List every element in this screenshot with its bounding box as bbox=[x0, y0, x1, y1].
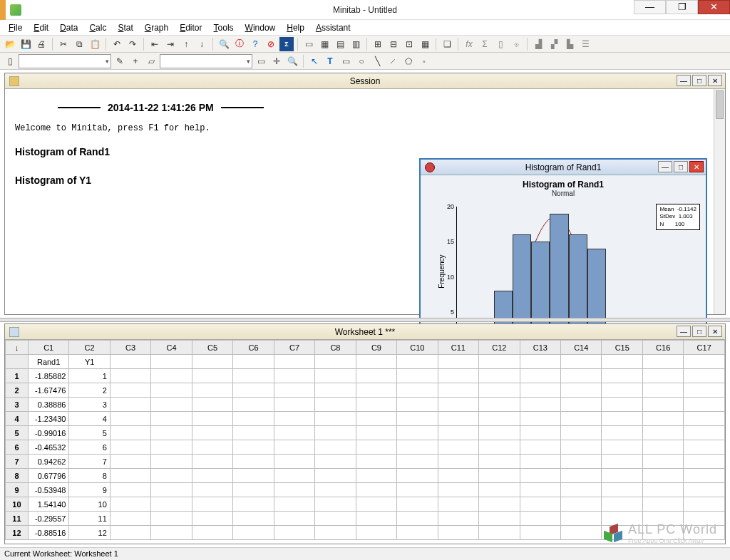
session-scrollbar[interactable] bbox=[714, 89, 725, 314]
cell-r3-c4[interactable] bbox=[151, 398, 192, 412]
crosshair-icon[interactable]: ✛ bbox=[269, 54, 284, 68]
cell-r9-c3[interactable] bbox=[110, 483, 150, 497]
col-C11[interactable]: C11 bbox=[438, 341, 478, 355]
col-C9[interactable]: C9 bbox=[356, 341, 396, 355]
cell-r3-c15[interactable] bbox=[602, 398, 642, 412]
close-button[interactable]: ✕ bbox=[698, 0, 730, 14]
session-maximize-button[interactable]: □ bbox=[692, 75, 706, 86]
cell-r6-c10[interactable] bbox=[397, 440, 438, 455]
cell-r1-c5[interactable] bbox=[192, 369, 232, 383]
cell-r4-c15[interactable] bbox=[602, 412, 642, 426]
cell-r12-c1[interactable]: -0.88516 bbox=[28, 526, 68, 540]
corner-cell[interactable]: ↓ bbox=[6, 341, 29, 355]
cell-r9-c1[interactable]: -0.53948 bbox=[28, 483, 68, 497]
cell-r7-c7[interactable] bbox=[274, 455, 314, 469]
cell-r12-c6[interactable] bbox=[233, 526, 274, 540]
worksheet-grid[interactable]: ↓C1C2C3C4C5C6C7C8C9C10C11C12C13C14C15C16… bbox=[5, 340, 725, 540]
cell-r7-c6[interactable] bbox=[233, 455, 274, 469]
col-C14[interactable]: C14 bbox=[561, 341, 602, 355]
nav-prev-icon[interactable]: ⇤ bbox=[148, 37, 162, 51]
menu-tools[interactable]: Tools bbox=[208, 21, 240, 34]
maximize-button[interactable]: ❐ bbox=[666, 0, 698, 14]
cell-r3-c13[interactable] bbox=[520, 398, 560, 412]
circle-icon[interactable]: ○ bbox=[354, 54, 369, 68]
cell-r6-c14[interactable] bbox=[561, 440, 602, 455]
cell-r11-c10[interactable] bbox=[397, 512, 438, 526]
cell-r10-c12[interactable] bbox=[479, 497, 520, 512]
cell-r8-c1[interactable]: 0.67796 bbox=[28, 469, 68, 483]
cell-r8-c13[interactable] bbox=[520, 469, 560, 483]
marker-icon[interactable]: ◦ bbox=[417, 54, 431, 68]
col-C5[interactable]: C5 bbox=[192, 341, 232, 355]
colname-7[interactable] bbox=[315, 355, 356, 369]
histogram-maximize-button[interactable]: □ bbox=[674, 161, 688, 172]
cell-r7-c12[interactable] bbox=[479, 455, 520, 469]
cell-r9-c8[interactable] bbox=[315, 483, 356, 497]
cell-r6-c2[interactable]: 6 bbox=[69, 440, 110, 455]
colname-9[interactable] bbox=[397, 355, 438, 369]
cell-r6-c5[interactable] bbox=[192, 440, 232, 455]
chart-icon-2[interactable]: ▞ bbox=[547, 37, 561, 51]
cell-r1-c1[interactable]: -1.85882 bbox=[28, 369, 68, 383]
edit-icon[interactable]: ✎ bbox=[113, 54, 127, 68]
cell-r9-c17[interactable] bbox=[684, 483, 725, 497]
menu-window[interactable]: Window bbox=[240, 21, 282, 34]
menu-editor[interactable]: Editor bbox=[174, 21, 207, 34]
cell-r4-c1[interactable]: -1.23430 bbox=[28, 412, 68, 426]
cell-r5-c5[interactable] bbox=[192, 426, 232, 440]
colname-1[interactable]: Y1 bbox=[69, 355, 110, 369]
cell-r5-c12[interactable] bbox=[479, 426, 520, 440]
plus-icon[interactable]: + bbox=[128, 54, 143, 68]
help-icon[interactable]: ? bbox=[248, 37, 262, 51]
cell-r4-c16[interactable] bbox=[642, 412, 683, 426]
cell-r6-c6[interactable] bbox=[233, 440, 274, 455]
cancel-icon[interactable]: ⊘ bbox=[264, 37, 278, 51]
cell-r12-c14[interactable] bbox=[561, 526, 602, 540]
cell-r11-c11[interactable] bbox=[438, 512, 478, 526]
cell-r12-c11[interactable] bbox=[438, 526, 478, 540]
cell-r10-c5[interactable] bbox=[192, 497, 232, 512]
cell-r7-c3[interactable] bbox=[110, 455, 150, 469]
row-12[interactable]: 12 bbox=[6, 526, 29, 540]
cell-r2-c15[interactable] bbox=[602, 383, 642, 398]
cell-r7-c1[interactable]: 0.94262 bbox=[28, 455, 68, 469]
cell-r2-c9[interactable] bbox=[356, 383, 396, 398]
cell-r8-c12[interactable] bbox=[479, 469, 520, 483]
cell-r9-c11[interactable] bbox=[438, 483, 478, 497]
cell-r7-c2[interactable]: 7 bbox=[69, 455, 110, 469]
stats-icon[interactable]: Σ bbox=[279, 37, 294, 51]
cell-r7-c9[interactable] bbox=[356, 455, 396, 469]
text-icon[interactable]: T bbox=[323, 54, 337, 68]
colname-16[interactable] bbox=[684, 355, 725, 369]
session-window-icon[interactable]: ▭ bbox=[302, 37, 316, 51]
cell-r2-c10[interactable] bbox=[397, 383, 438, 398]
col-C1[interactable]: C1 bbox=[28, 341, 68, 355]
layout-icon-3[interactable]: ⊡ bbox=[402, 37, 416, 51]
pane-divider[interactable] bbox=[0, 318, 730, 322]
cell-r8-c16[interactable] bbox=[642, 469, 683, 483]
cell-r1-c3[interactable] bbox=[110, 369, 150, 383]
cell-r12-c8[interactable] bbox=[315, 526, 356, 540]
cell-r9-c13[interactable] bbox=[520, 483, 560, 497]
cell-r9-c12[interactable] bbox=[479, 483, 520, 497]
cascade-icon[interactable]: ❏ bbox=[440, 37, 454, 51]
cell-r1-c2[interactable]: 1 bbox=[69, 369, 110, 383]
worksheet-minimize-button[interactable]: — bbox=[677, 326, 691, 337]
cell-r10-c3[interactable] bbox=[110, 497, 150, 512]
info-icon[interactable]: ⓘ bbox=[232, 37, 247, 51]
layout-icon-2[interactable]: ⊟ bbox=[386, 37, 401, 51]
col-C4[interactable]: C4 bbox=[151, 341, 192, 355]
histogram-close-button[interactable]: ✕ bbox=[689, 161, 704, 172]
cell-r9-c5[interactable] bbox=[192, 483, 232, 497]
cell-r7-c16[interactable] bbox=[642, 455, 683, 469]
cell-r6-c15[interactable] bbox=[602, 440, 642, 455]
cell-r8-c9[interactable] bbox=[356, 469, 396, 483]
session-minimize-button[interactable]: — bbox=[677, 75, 691, 86]
cell-r11-c14[interactable] bbox=[561, 512, 602, 526]
polygon-icon[interactable]: ⬠ bbox=[401, 54, 416, 68]
eraser-icon[interactable]: ▱ bbox=[144, 54, 158, 68]
cell-r5-c8[interactable] bbox=[315, 426, 356, 440]
cell-r8-c15[interactable] bbox=[602, 469, 642, 483]
cell-r8-c10[interactable] bbox=[397, 469, 438, 483]
cell-r8-c7[interactable] bbox=[274, 469, 314, 483]
